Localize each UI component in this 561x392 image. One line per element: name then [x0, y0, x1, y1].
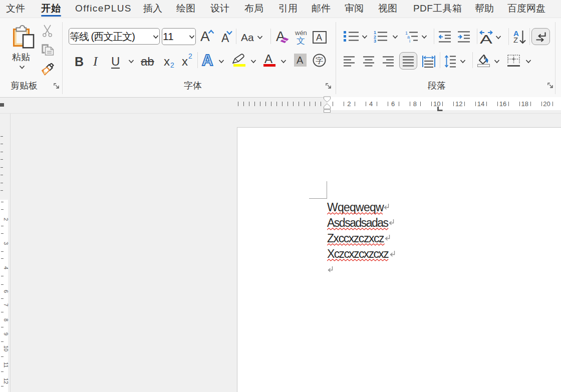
svg-text:3: 3 [374, 39, 376, 43]
svg-text:i: i [409, 39, 410, 43]
